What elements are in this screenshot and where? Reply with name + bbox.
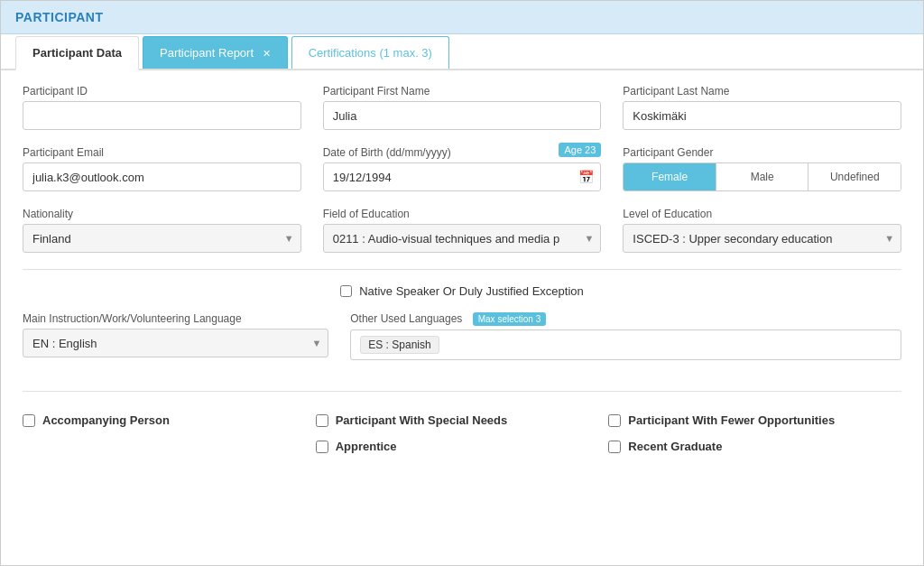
nationality-select-wrapper: Finland ▼	[23, 224, 301, 253]
form-section: Participant ID Participant First Name Pa…	[1, 70, 923, 391]
special-needs-checkbox[interactable]	[316, 414, 328, 427]
nationality-select[interactable]: Finland	[23, 224, 301, 253]
field-education-select[interactable]: 0211 : Audio-visual techniques and media…	[323, 224, 602, 253]
tab-certifications[interactable]: Certifications (1 max. 3)	[291, 36, 449, 69]
fewer-opportunities-checkbox[interactable]	[608, 414, 621, 427]
email-label: Participant Email	[23, 146, 301, 159]
main-language-group: Main Instruction/Work/Volunteering Langu…	[23, 312, 328, 357]
level-education-label: Level of Education	[623, 208, 901, 220]
checkbox-col-1: Accompanying Person	[23, 413, 316, 453]
max-selection-badge: Max selection 3	[473, 312, 546, 326]
special-needs-label[interactable]: Participant With Special Needs	[336, 413, 508, 427]
apprentice-label[interactable]: Apprentice	[336, 440, 397, 453]
email-group: Participant Email	[23, 146, 301, 191]
first-name-group: Participant First Name	[323, 85, 602, 130]
recent-graduate-item: Recent Graduate	[608, 440, 901, 453]
page-wrapper: PARTICIPANT Participant Data Participant…	[0, 0, 924, 566]
dob-input-wrapper: 📅	[323, 162, 602, 191]
participant-id-group: Participant ID	[23, 85, 301, 130]
apprentice-checkbox[interactable]	[316, 441, 328, 453]
tab-participant-data[interactable]: Participant Data	[15, 36, 139, 70]
gender-label: Participant Gender	[623, 146, 901, 159]
other-languages-box[interactable]: ES : Spanish	[350, 329, 901, 360]
language-tag-spanish: ES : Spanish	[360, 336, 439, 354]
gender-buttons: Female Male Undefined	[623, 162, 901, 191]
native-speaker-label[interactable]: Native Speaker Or Duly Justified Excepti…	[359, 284, 584, 298]
first-name-label: Participant First Name	[323, 85, 602, 97]
field-education-group: Field of Education 0211 : Audio-visual t…	[323, 208, 602, 253]
first-name-input[interactable]	[323, 101, 602, 130]
dob-input[interactable]	[323, 162, 602, 191]
participant-id-label: Participant ID	[23, 85, 301, 97]
gender-undefined-btn[interactable]: Undefined	[808, 163, 901, 190]
other-languages-group: Other Used Languages Max selection 3 ES …	[350, 312, 901, 360]
email-input[interactable]	[23, 162, 301, 191]
divider-1	[23, 269, 901, 270]
last-name-input[interactable]	[623, 101, 901, 130]
last-name-label: Participant Last Name	[623, 85, 901, 97]
checkbox-col-3: Participant With Fewer Opportunities Rec…	[608, 413, 901, 453]
accompanying-person-item: Accompanying Person	[23, 413, 316, 427]
calendar-icon[interactable]: 📅	[578, 170, 594, 184]
native-speaker-checkbox[interactable]	[340, 285, 352, 297]
native-speaker-row: Native Speaker Or Duly Justified Excepti…	[23, 284, 901, 298]
form-row-1: Participant ID Participant First Name Pa…	[23, 85, 901, 130]
page-header: PARTICIPANT	[1, 1, 923, 34]
gender-female-btn[interactable]: Female	[624, 163, 716, 190]
level-education-group: Level of Education ISCED-3 : Upper secon…	[623, 208, 901, 253]
apprentice-item: Apprentice	[316, 440, 609, 453]
recent-graduate-checkbox[interactable]	[608, 441, 621, 453]
special-needs-item: Participant With Special Needs	[316, 413, 609, 427]
language-section: Main Instruction/Work/Volunteering Langu…	[23, 312, 901, 360]
accompanying-person-label[interactable]: Accompanying Person	[42, 413, 170, 427]
nationality-group: Nationality Finland ▼	[23, 208, 301, 253]
age-badge: Age 23	[559, 143, 601, 157]
field-education-label: Field of Education	[323, 208, 602, 220]
close-report-icon[interactable]: ✕	[263, 48, 271, 59]
main-language-select-wrapper: EN : English ▼	[23, 329, 328, 357]
checkbox-col-2: Participant With Special Needs Apprentic…	[316, 413, 609, 453]
page-title: PARTICIPANT	[15, 10, 104, 24]
fewer-opportunities-item: Participant With Fewer Opportunities	[608, 413, 901, 427]
divider-2	[23, 391, 901, 392]
other-languages-label: Other Used Languages Max selection 3	[350, 312, 901, 326]
form-row-2: Participant Email Date of Birth (dd/mm/y…	[23, 146, 901, 191]
level-education-select[interactable]: ISCED-3 : Upper secondary education	[623, 224, 901, 253]
recent-graduate-label[interactable]: Recent Graduate	[628, 440, 722, 453]
last-name-group: Participant Last Name	[623, 85, 901, 130]
tab-participant-report[interactable]: Participant Report ✕	[143, 36, 288, 69]
dob-group: Date of Birth (dd/mm/yyyy) Age 23 📅	[323, 146, 602, 191]
accompanying-person-checkbox[interactable]	[23, 414, 35, 427]
main-language-select[interactable]: EN : English	[23, 329, 328, 357]
tabs-row: Participant Data Participant Report ✕ Ce…	[1, 36, 923, 70]
participant-id-input[interactable]	[23, 101, 301, 130]
bottom-checkboxes: Accompanying Person Participant With Spe…	[1, 403, 923, 464]
main-language-label: Main Instruction/Work/Volunteering Langu…	[23, 312, 328, 325]
gender-group: Participant Gender Female Male Undefined	[623, 146, 901, 191]
field-education-select-wrapper: 0211 : Audio-visual techniques and media…	[323, 224, 602, 253]
nationality-label: Nationality	[23, 208, 301, 220]
fewer-opportunities-label[interactable]: Participant With Fewer Opportunities	[628, 413, 835, 427]
form-row-3: Nationality Finland ▼ Field of Education…	[23, 208, 901, 253]
level-education-select-wrapper: ISCED-3 : Upper secondary education ▼	[623, 224, 901, 253]
gender-male-btn[interactable]: Male	[716, 163, 809, 190]
